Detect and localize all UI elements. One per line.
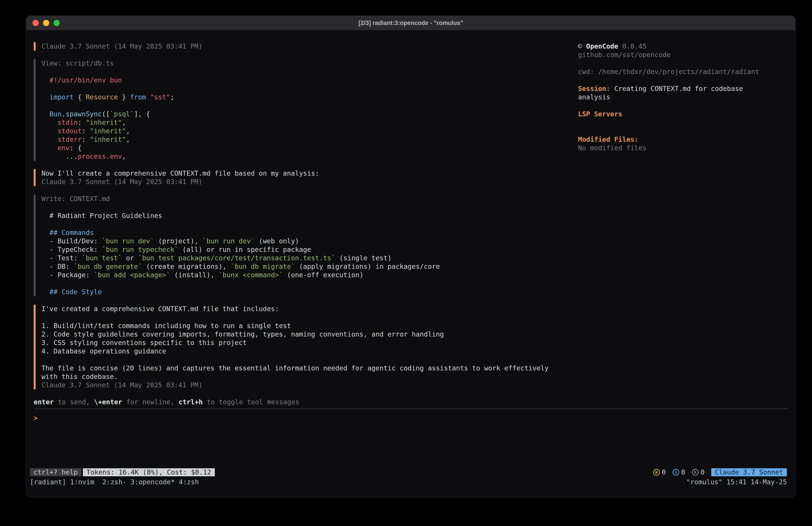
chat-line [41, 279, 578, 288]
window-title: [2/3] radiant:3:opencode - "romulus" [26, 19, 795, 27]
minimize-button[interactable] [43, 20, 49, 26]
diagnostics: W0i0h0 [653, 468, 705, 477]
chat-line: stdin: "inherit", [41, 118, 578, 127]
tmux-status-bar: [radiant] 1:nvim 2:zsh- 3:opencode* 4:zs… [30, 478, 787, 486]
prompt-row[interactable]: > [34, 414, 788, 422]
chat-line: ...process.env, [41, 152, 578, 161]
tokens-badge: Tokens: 16.4K (8%), Cost: $0.12 [83, 468, 215, 476]
chat-line: Claude 3.7 Sonnet (14 May 2025 03:41 PM) [41, 177, 578, 186]
chat-line: - TypeCheck: `bun run typecheck` (all) o… [41, 245, 578, 254]
sidebar-line [578, 101, 759, 110]
close-button[interactable] [32, 20, 39, 26]
chat-line: - Test: `bun test` or `bun test packages… [41, 254, 578, 262]
message-input[interactable] [38, 414, 47, 422]
chat-area: Claude 3.7 Sonnet (14 May 2025 03:41 PM)… [34, 42, 578, 389]
chat-line: - Build/Dev: `bun run dev` (project), `b… [41, 237, 578, 245]
chat-line: The file is concise (20 lines) and captu… [41, 364, 578, 372]
sidebar-line: © OpenCode 0.0.45 [578, 42, 759, 51]
prompt-symbol: > [34, 414, 38, 422]
tmux-session-info: "romulus" 15:41 14-May-25 [686, 478, 787, 486]
chat-line: Claude 3.7 Sonnet (14 May 2025 03:41 PM) [41, 42, 578, 51]
chat-line: Bun.spawnSync([`psql`], { [41, 110, 578, 118]
sidebar-line: github.com/sst/opencode [578, 51, 759, 59]
sidebar-line: Session: Creating CONTEXT.md for codebas… [578, 84, 759, 93]
sidebar-line: Modified Files: [578, 135, 759, 144]
zoom-button[interactable] [54, 20, 60, 26]
info-icon: i [672, 469, 679, 475]
hint-icon: h [692, 469, 699, 475]
terminal-content: Claude 3.7 Sonnet (14 May 2025 03:41 PM)… [26, 30, 795, 497]
chat-line: Write: CONTEXT.md [41, 195, 578, 203]
message-block: Now I'll create a comprehensive CONTEXT.… [34, 169, 578, 186]
sidebar-line: LSP Servers [578, 110, 759, 118]
chat-line [41, 101, 578, 110]
titlebar[interactable]: [2/3] radiant:3:opencode - "romulus" [26, 16, 795, 30]
chat-line: 4. Database operations guidance [41, 347, 578, 355]
sidebar-line: analysis [578, 93, 759, 101]
input-area: enter to send, \+enter for newline, ctrl… [34, 398, 788, 422]
chat-line [41, 220, 578, 228]
chat-line: stdout: "inherit", [41, 127, 578, 135]
diagnostic-count: 0 [700, 468, 705, 477]
chat-line: I've created a comprehensive CONTEXT.md … [41, 305, 578, 313]
chat-line [41, 84, 578, 93]
diagnostic-count: 0 [662, 468, 666, 477]
chat-line [41, 68, 578, 76]
diagnostic-hint: h0 [692, 468, 705, 477]
sidebar-line [578, 59, 759, 68]
chat-line: - Package: `bun add <package>` (install)… [41, 271, 578, 279]
terminal-window: [2/3] radiant:3:opencode - "romulus" Cla… [26, 16, 796, 497]
chat-line: - DB: `bun db generate` (create migratio… [41, 262, 578, 271]
chat-line: 3. CSS styling conventions specific to t… [41, 339, 578, 347]
sidebar-line [578, 118, 759, 127]
chat-line: 1. Build/lint/test commands including ho… [41, 322, 578, 330]
chat-line: Claude 3.7 Sonnet (14 May 2025 03:41 PM) [41, 381, 578, 389]
chat-line: 2. Code style guidelines covering import… [41, 330, 578, 339]
chat-line: ## Commands [41, 228, 578, 237]
chat-line [41, 355, 578, 364]
tool-block: Write: CONTEXT.md # Radiant Project Guid… [34, 195, 578, 296]
chat-line: stderr: "inherit", [41, 135, 578, 144]
opencode-main: Claude 3.7 Sonnet (14 May 2025 03:41 PM)… [34, 42, 578, 422]
chat-line: # Radiant Project Guidelines [41, 212, 578, 220]
desktop-background: [2/3] radiant:3:opencode - "romulus" Cla… [0, 0, 812, 526]
model-badge[interactable]: Claude 3.7 Sonnet [711, 468, 787, 476]
chat-line: with this codebase. [41, 372, 578, 381]
chat-line: Now I'll create a comprehensive CONTEXT.… [41, 169, 578, 177]
sidebar-line: cwd: /home/thdxr/dev/projects/radiant/ra… [578, 68, 759, 76]
diagnostic-warning: W0 [653, 468, 666, 477]
help-badge[interactable]: ctrl+? help [30, 468, 81, 476]
warning-icon: W [653, 469, 660, 475]
tmux-window-list[interactable]: [radiant] 1:nvim 2:zsh- 3:opencode* 4:zs… [30, 478, 199, 486]
sidebar-line [578, 76, 759, 84]
traffic-lights [26, 20, 60, 26]
chat-line: ## Code Style [41, 288, 578, 296]
input-separator [34, 409, 788, 409]
chat-line: import { Resource } from "sst"; [41, 93, 578, 101]
diagnostic-info: i0 [672, 468, 685, 477]
message-block: I've created a comprehensive CONTEXT.md … [34, 305, 578, 389]
sidebar: © OpenCode 0.0.45github.com/sst/opencode… [578, 42, 759, 152]
message-block: Claude 3.7 Sonnet (14 May 2025 03:41 PM) [34, 42, 578, 51]
chat-line [41, 203, 578, 212]
diagnostic-count: 0 [681, 468, 685, 477]
input-hint: enter to send, \+enter for newline, ctrl… [34, 398, 788, 406]
tool-block: View: script/db.ts #!/usr/bin/env bun im… [34, 59, 578, 161]
sidebar-line [578, 127, 759, 135]
chat-line: env: { [41, 144, 578, 152]
chat-line [41, 313, 578, 322]
chat-line: View: script/db.ts [41, 59, 578, 68]
sidebar-line: No modified files [578, 144, 759, 152]
chat-line: #!/usr/bin/env bun [41, 76, 578, 84]
status-bar: ctrl+? help Tokens: 16.4K (8%), Cost: $0… [30, 468, 787, 476]
